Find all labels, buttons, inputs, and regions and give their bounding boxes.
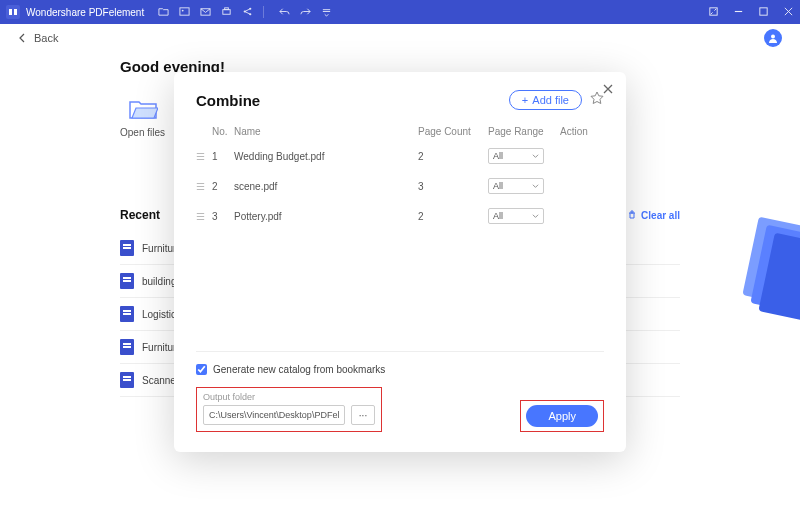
page-range-select[interactable]: All <box>488 178 544 194</box>
window-expand-icon[interactable] <box>708 6 719 19</box>
svg-point-7 <box>249 13 251 15</box>
output-folder-label: Output folder <box>203 392 375 402</box>
window-minimize-icon[interactable] <box>733 6 744 19</box>
col-page-count: Page Count <box>418 126 488 137</box>
svg-rect-9 <box>760 7 767 14</box>
add-file-button[interactable]: + Add file <box>509 90 582 110</box>
table-row[interactable]: ☰ 3 Pottery.pdf 2 All <box>196 201 604 231</box>
drag-handle-icon[interactable]: ☰ <box>196 211 212 222</box>
combine-dialog: Combine + Add file No. Name Page Count P… <box>174 72 626 452</box>
table-row[interactable]: ☰ 1 Wedding Budget.pdf 2 All <box>196 141 604 171</box>
back-button[interactable]: Back <box>18 32 58 44</box>
cell-no: 3 <box>212 211 234 222</box>
svg-point-1 <box>182 9 184 11</box>
cell-name: Wedding Budget.pdf <box>234 151 418 162</box>
col-no: No. <box>212 126 234 137</box>
folder-icon[interactable] <box>158 6 169 19</box>
redo-icon[interactable] <box>300 6 311 19</box>
dialog-overlay: Combine + Add file No. Name Page Count P… <box>0 52 800 521</box>
files-table: No. Name Page Count Page Range Action ☰ … <box>196 122 604 231</box>
dialog-close-button[interactable] <box>602 82 614 98</box>
undo-icon[interactable] <box>279 6 290 19</box>
drag-handle-icon[interactable]: ☰ <box>196 151 212 162</box>
output-folder-input[interactable] <box>203 405 345 425</box>
table-row[interactable]: ☰ 2 scene.pdf 3 All <box>196 171 604 201</box>
drag-handle-icon[interactable]: ☰ <box>196 181 212 192</box>
cell-name: scene.pdf <box>234 181 418 192</box>
svg-rect-0 <box>180 7 189 14</box>
page-range-select[interactable]: All <box>488 148 544 164</box>
page-range-select[interactable]: All <box>488 208 544 224</box>
app-name: Wondershare PDFelement <box>26 7 144 18</box>
print-icon[interactable] <box>221 6 232 19</box>
mail-icon[interactable] <box>200 6 211 19</box>
output-folder-group: Output folder ··· <box>196 387 382 432</box>
checkbox-label: Generate new catalog from bookmarks <box>213 364 385 375</box>
cell-no: 2 <box>212 181 234 192</box>
app-logo-icon <box>6 5 20 19</box>
cell-no: 1 <box>212 151 234 162</box>
share-icon[interactable] <box>242 6 253 19</box>
titlebar: Wondershare PDFelement <box>0 0 800 24</box>
user-avatar-icon[interactable] <box>764 29 782 47</box>
image-icon[interactable] <box>179 6 190 19</box>
checkbox-input[interactable] <box>196 364 207 375</box>
col-name: Name <box>234 126 418 137</box>
svg-point-6 <box>249 7 251 9</box>
svg-rect-4 <box>225 7 229 9</box>
apply-button[interactable]: Apply <box>526 405 598 427</box>
window-maximize-icon[interactable] <box>758 6 769 19</box>
add-file-label: Add file <box>532 94 569 106</box>
divider <box>263 6 269 18</box>
col-action: Action <box>560 126 604 137</box>
back-label: Back <box>34 32 58 44</box>
cell-page-count: 2 <box>418 211 488 222</box>
dialog-title: Combine <box>196 92 260 109</box>
svg-rect-3 <box>223 9 230 14</box>
apply-highlight: Apply <box>520 400 604 432</box>
col-page-range: Page Range <box>488 126 560 137</box>
svg-point-5 <box>244 10 246 12</box>
divider <box>196 351 604 352</box>
svg-point-10 <box>771 35 775 39</box>
topbar: Back <box>0 24 800 52</box>
plus-icon: + <box>522 94 528 106</box>
dropdown-icon[interactable] <box>321 6 332 19</box>
titlebar-tools <box>158 6 332 19</box>
cell-page-count: 2 <box>418 151 488 162</box>
cell-page-count: 3 <box>418 181 488 192</box>
cell-name: Pottery.pdf <box>234 211 418 222</box>
window-close-icon[interactable] <box>783 6 794 19</box>
browse-button[interactable]: ··· <box>351 405 375 425</box>
table-header: No. Name Page Count Page Range Action <box>196 122 604 141</box>
generate-catalog-checkbox[interactable]: Generate new catalog from bookmarks <box>196 364 604 375</box>
